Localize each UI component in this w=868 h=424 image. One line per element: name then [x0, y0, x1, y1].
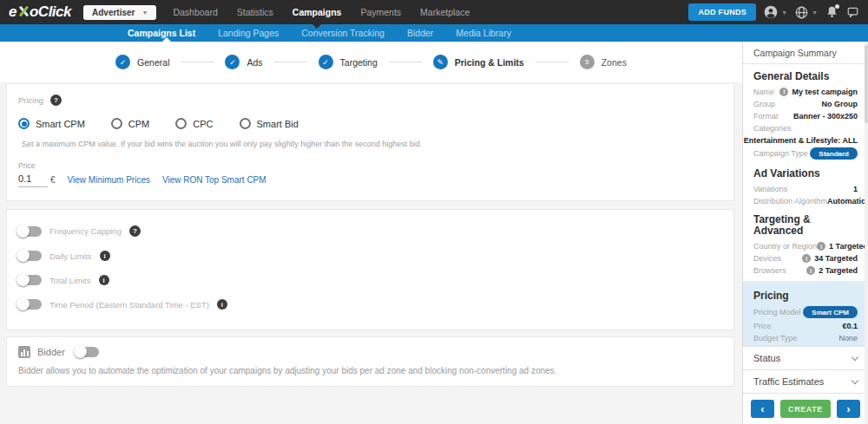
nav-item-statistics[interactable]: Statistics [227, 0, 283, 24]
step-general[interactable]: ✓ General [115, 55, 169, 69]
summary-row-pricing-model: Pricing Model Smart CPM [753, 305, 858, 320]
info-icon[interactable]: i [802, 254, 811, 263]
bidder-toggle[interactable] [76, 347, 99, 357]
bidder-description: Bidder allows you to automate the optimi… [18, 366, 722, 375]
campaign-summary-panel: Campaign Summary General Details Name iM… [742, 42, 868, 424]
frequency-capping-toggle[interactable] [18, 226, 42, 237]
user-icon [764, 5, 778, 19]
pricing-model-options: Smart CPM CPM CPC Smart Bid [18, 118, 722, 129]
advertiser-label: Advertiser [92, 8, 135, 17]
subnav-landing-pages[interactable]: Landing Pages [207, 24, 290, 42]
summary-row-format: Format Banner - 300x250 [753, 110, 858, 122]
add-funds-button[interactable]: ADD FUNDS [688, 3, 756, 21]
notification-dot [835, 4, 839, 9]
next-step-button[interactable]: › [837, 400, 860, 418]
radio-cpc[interactable]: CPC [175, 118, 213, 129]
pricing-summary-highlight: Pricing Pricing Model Smart CPM Price €0… [743, 281, 868, 346]
info-icon[interactable]: i [100, 251, 110, 261]
view-minimum-prices-link[interactable]: View Minimum Prices [68, 175, 150, 187]
scrollbar[interactable] [865, 42, 868, 424]
advertiser-dropdown[interactable]: Advertiser ▼ [83, 5, 156, 20]
messages-button[interactable] [846, 6, 859, 18]
daily-limits-toggle[interactable] [18, 251, 42, 261]
subnav-campaigns-list[interactable]: Campaigns List [126, 24, 207, 42]
status-accordion[interactable]: Status [743, 346, 868, 369]
general-details-heading: General Details [753, 71, 858, 83]
total-limits-row: Total Limits i [18, 275, 722, 285]
radio-icon [240, 118, 251, 129]
top-navigation: Dashboard Statistics Campaigns Payments … [163, 0, 479, 24]
limits-card: Frequency Capping ? Daily Limits i Total… [6, 209, 734, 330]
radio-smart-cpm[interactable]: Smart CPM [18, 118, 85, 129]
time-period-toggle[interactable] [18, 299, 42, 310]
step-connector [274, 62, 307, 62]
exoclick-logo[interactable]: e oClick [9, 3, 71, 21]
summary-row-campaign-type: Campaign Type Standard [753, 147, 858, 161]
pricing-summary-heading: Pricing [753, 290, 858, 303]
subnav-media-library[interactable]: Media Library [444, 24, 523, 42]
info-icon[interactable]: i [806, 266, 815, 275]
nav-item-payments[interactable]: Payments [351, 0, 411, 24]
check-icon: ✓ [225, 55, 240, 69]
targeting-advanced-heading: Targeting & Advanced [753, 214, 858, 238]
step-targeting[interactable]: ✓ Targeting [319, 55, 378, 69]
chevron-down-icon: ▼ [781, 10, 787, 16]
summary-row-categories-label: Categories [753, 122, 858, 134]
main-content: ✓ General ✓ Ads ✓ Targeting ✎ Pricing & … [0, 42, 742, 424]
campaign-summary-content: General Details Name iMy test campaign G… [743, 64, 868, 346]
logo-x-icon [17, 5, 29, 16]
chevron-down-icon [852, 376, 858, 383]
globe-icon [795, 6, 808, 19]
price-input[interactable] [18, 172, 48, 187]
info-icon[interactable]: i [99, 275, 109, 285]
info-icon[interactable]: i [779, 88, 788, 96]
previous-step-button[interactable]: ‹ [751, 400, 774, 418]
nav-item-marketplace[interactable]: Marketplace [411, 0, 479, 24]
summary-row-country: Country or Region i1 Targeted [753, 240, 858, 252]
chevron-down-icon: ▼ [812, 10, 818, 16]
frequency-capping-row: Frequency Capping ? [18, 225, 722, 237]
subnav-conversion-tracking[interactable]: Conversion Tracking [290, 24, 396, 42]
traffic-estimates-accordion[interactable]: Traffic Estimates [743, 369, 868, 393]
summary-row-name: Name iMy test campaign [753, 86, 858, 98]
step-pricing-limits[interactable]: ✎ Pricing & Limits [433, 55, 524, 69]
notifications-button[interactable] [825, 5, 838, 19]
subnav-bidder[interactable]: Bidder [396, 24, 444, 42]
total-limits-toggle[interactable] [18, 275, 42, 285]
bar-chart-icon [18, 346, 30, 358]
step-connector [389, 62, 422, 62]
summary-row-budget-type: Budget Type None [753, 332, 858, 344]
step-zones[interactable]: 5 Zones [580, 55, 627, 69]
step-ads[interactable]: ✓ Ads [225, 55, 262, 69]
help-icon[interactable]: ? [129, 225, 141, 237]
chevron-down-icon: ▼ [141, 10, 148, 16]
smart-cpm-badge: Smart CPM [803, 306, 858, 318]
account-menu[interactable]: ▼ [764, 5, 787, 19]
view-ron-top-smart-cpm-link[interactable]: View RON Top Smart CPM [162, 175, 266, 187]
wizard-footer: ‹ CREATE › [743, 393, 868, 424]
nav-item-dashboard[interactable]: Dashboard [163, 0, 227, 24]
info-icon[interactable]: i [817, 242, 825, 251]
check-icon: ✓ [115, 55, 130, 69]
summary-row-group: Group No Group [753, 98, 858, 110]
price-field-label: Price [18, 161, 722, 170]
standard-badge: Standard [810, 147, 858, 160]
top-bar: e oClick Advertiser ▼ Dashboard Statisti… [0, 0, 868, 24]
campaigns-sub-navigation: Campaigns List Landing Pages Conversion … [0, 24, 868, 42]
currency-symbol: € [50, 175, 56, 185]
radio-smart-bid[interactable]: Smart Bid [240, 118, 299, 129]
step-number-badge: 5 [580, 55, 595, 69]
nav-item-campaigns[interactable]: Campaigns [283, 0, 352, 24]
pricing-model-description: Set a maximum CPM value. If your bid win… [18, 140, 722, 148]
summary-row-browsers: Browsers i2 Targeted [753, 264, 858, 277]
summary-row-price: Price €0.1 [753, 320, 858, 332]
step-connector [181, 62, 214, 62]
info-icon[interactable]: i [217, 299, 227, 310]
radio-icon [111, 118, 122, 129]
radio-cpm[interactable]: CPM [111, 118, 149, 129]
ad-variations-heading: Ad Variations [753, 168, 858, 180]
campaign-summary-title: Campaign Summary [743, 42, 868, 64]
create-button[interactable]: CREATE [780, 400, 831, 418]
help-icon[interactable]: ? [50, 95, 62, 106]
language-menu[interactable]: ▼ [795, 6, 818, 19]
